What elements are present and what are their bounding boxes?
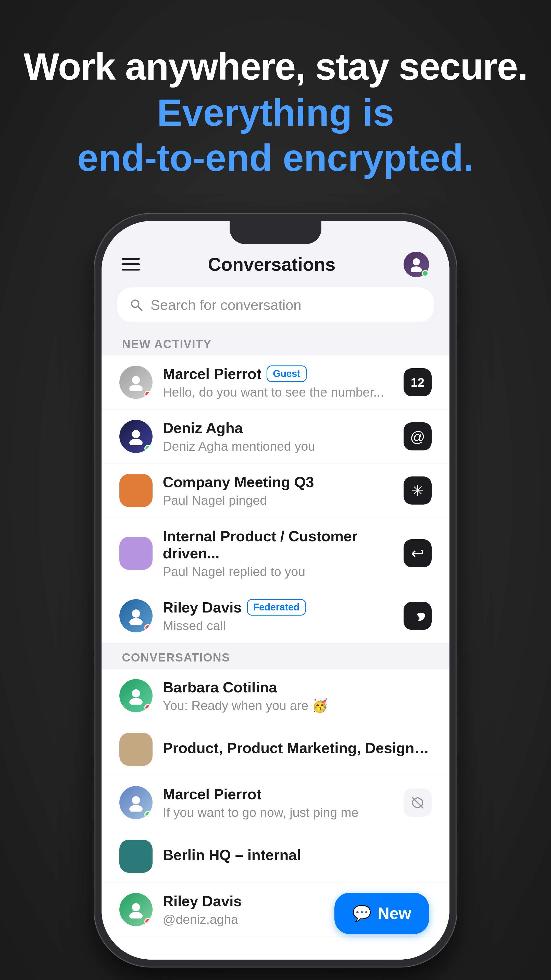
status-indicator xyxy=(144,445,151,452)
status-indicator xyxy=(144,624,151,632)
svg-point-7 xyxy=(129,439,143,445)
message-preview: Paul Nagel pinged xyxy=(163,493,393,508)
user-avatar-button[interactable] xyxy=(403,251,429,277)
contact-name: Barbara Cotilina xyxy=(163,679,277,696)
status-indicator xyxy=(144,704,151,711)
contact-name: Berlin HQ – internal xyxy=(163,846,301,863)
section-new-activity-label: NEW ACTIVITY xyxy=(122,337,212,351)
message-preview: Paul Nagel replied to you xyxy=(163,564,393,579)
action-icon: @ xyxy=(403,422,432,450)
message-preview: You: Ready when you are 🥳 xyxy=(163,698,432,713)
action-icon: ↩ xyxy=(403,539,432,567)
avatar xyxy=(119,474,152,507)
contact-name: Deniz Agha xyxy=(163,419,243,436)
guest-badge: Guest xyxy=(267,366,307,382)
message-preview: Missed call xyxy=(163,618,393,633)
conv-content: Riley Davis Federated Missed call xyxy=(163,599,393,633)
conv-content: Barbara Cotilina You: Ready when you are… xyxy=(163,679,432,713)
notification-badge: 12 xyxy=(403,368,432,396)
search-placeholder: Search for conversation xyxy=(151,297,301,313)
avatar xyxy=(119,537,152,570)
section-conversations-label: CONVERSATIONS xyxy=(122,651,230,664)
contact-name: Company Meeting Q3 xyxy=(163,473,314,490)
section-new-activity-header: NEW ACTIVITY xyxy=(102,330,449,355)
hero-subtitle: Everything is end-to-end encrypted. xyxy=(24,90,527,181)
conv-content: Riley Davis @deniz.agha xyxy=(163,892,363,927)
svg-point-11 xyxy=(129,698,143,705)
svg-point-8 xyxy=(132,609,140,617)
contact-name: Marcel Pierrot xyxy=(163,365,262,382)
svg-point-16 xyxy=(129,912,143,918)
status-indicator xyxy=(144,811,151,818)
contact-name: Product, Product Marketing, Design… xyxy=(163,739,429,756)
svg-point-5 xyxy=(129,385,143,391)
action-icon: ✳ xyxy=(403,476,432,504)
page-title: Conversations xyxy=(208,254,335,275)
list-item[interactable]: Product, Product Marketing, Design… xyxy=(102,723,449,776)
list-item[interactable]: Internal Product / Customer driven... Pa… xyxy=(102,518,449,589)
search-icon xyxy=(130,298,143,311)
list-item[interactable]: Berlin HQ – internal xyxy=(102,830,449,883)
list-item[interactable]: Riley Davis Federated Missed call xyxy=(102,589,449,643)
svg-point-10 xyxy=(132,689,140,697)
list-item[interactable]: Marcel Pierrot If you want to go now, ju… xyxy=(102,776,449,830)
conv-content: Deniz Agha Deniz Agha mentioned you xyxy=(163,419,393,454)
new-conversation-button[interactable]: 💬 New xyxy=(334,893,429,934)
list-item[interactable]: Barbara Cotilina You: Ready when you are… xyxy=(102,669,449,723)
federated-badge: Federated xyxy=(247,599,306,616)
menu-button[interactable] xyxy=(122,258,140,270)
avatar xyxy=(119,840,152,873)
svg-point-13 xyxy=(129,805,143,811)
svg-point-9 xyxy=(129,618,143,625)
svg-point-0 xyxy=(413,258,420,266)
svg-point-4 xyxy=(132,376,140,384)
hero-section: Work anywhere, stay secure. Everything i… xyxy=(24,46,527,181)
new-button-label: New xyxy=(378,904,411,923)
section-conversations-header: CONVERSATIONS xyxy=(102,643,449,669)
contact-name: Marcel Pierrot xyxy=(163,786,262,803)
status-indicator xyxy=(144,918,151,925)
message-preview: Deniz Agha mentioned you xyxy=(163,439,393,454)
conv-content: Company Meeting Q3 Paul Nagel pinged xyxy=(163,473,393,508)
new-activity-list: Marcel Pierrot Guest Hello, do you want … xyxy=(102,355,449,959)
hero-subtitle-line1: Everything is xyxy=(157,92,394,134)
user-status-dot xyxy=(422,270,429,277)
user-avatar-icon xyxy=(409,257,424,272)
avatar xyxy=(119,786,152,819)
avatar xyxy=(119,599,152,632)
phone-screen: Conversations Search for conversation xyxy=(102,221,449,959)
message-preview: If you want to go now, just ping me xyxy=(163,805,393,820)
list-item[interactable]: Marcel Pierrot Guest Hello, do you want … xyxy=(102,355,449,410)
conv-content: Marcel Pierrot Guest Hello, do you want … xyxy=(163,365,393,400)
contact-name: Riley Davis xyxy=(163,892,242,910)
new-button-icon: 💬 xyxy=(352,904,372,922)
message-preview: @deniz.agha xyxy=(163,912,363,927)
avatar xyxy=(119,420,152,453)
list-item[interactable]: Deniz Agha Deniz Agha mentioned you @ xyxy=(102,410,449,464)
svg-point-15 xyxy=(132,903,140,912)
avatar xyxy=(119,733,152,766)
hero-title: Work anywhere, stay secure. xyxy=(24,46,527,88)
svg-point-1 xyxy=(411,266,422,272)
svg-line-3 xyxy=(138,306,142,310)
conv-content: Berlin HQ – internal xyxy=(163,846,432,866)
svg-point-12 xyxy=(132,796,140,804)
conv-content: Product, Product Marketing, Design… xyxy=(163,739,432,759)
conv-content: Internal Product / Customer driven... Pa… xyxy=(163,528,393,579)
contact-name: Riley Davis xyxy=(163,599,242,616)
search-bar[interactable]: Search for conversation xyxy=(117,287,434,322)
missed-call-icon xyxy=(403,602,432,630)
status-indicator xyxy=(144,391,151,398)
phone-notch xyxy=(230,221,321,244)
hero-subtitle-line2: end-to-end encrypted. xyxy=(77,137,474,179)
avatar xyxy=(119,679,152,712)
contact-name: Internal Product / Customer driven... xyxy=(163,528,393,562)
avatar xyxy=(119,893,152,926)
list-item[interactable]: Company Meeting Q3 Paul Nagel pinged ✳ xyxy=(102,464,449,518)
conv-content: Marcel Pierrot If you want to go now, ju… xyxy=(163,786,393,820)
message-preview: Hello, do you want to see the number... xyxy=(163,385,393,400)
svg-point-6 xyxy=(132,430,140,438)
avatar xyxy=(119,366,152,399)
muted-icon xyxy=(403,789,432,817)
phone-frame: Conversations Search for conversation xyxy=(94,214,457,967)
